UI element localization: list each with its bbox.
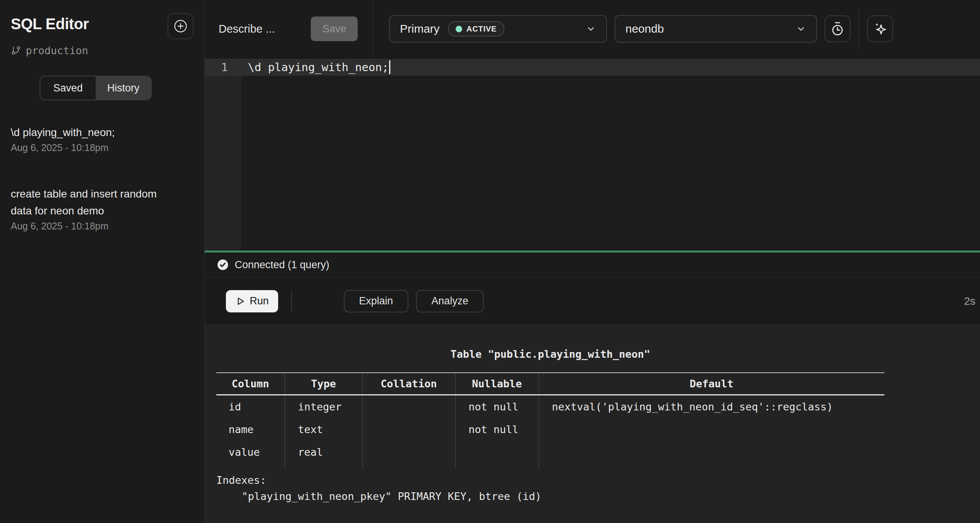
saved-history-toggle: Saved History	[40, 76, 152, 100]
stopwatch-icon	[830, 21, 845, 37]
topbar: Describe ... Save Primary ACTIVE neondb	[205, 0, 980, 58]
tab-saved[interactable]: Saved	[40, 76, 96, 100]
topbar-divider	[859, 8, 859, 49]
table-cell	[362, 418, 455, 441]
table-cell	[362, 441, 455, 463]
query-timing-button[interactable]	[824, 15, 851, 42]
editor-code: \d playing_with_neon;	[248, 61, 389, 74]
table-cell: integer	[285, 395, 362, 418]
branch-name: production	[26, 45, 88, 56]
play-icon	[235, 296, 245, 306]
results-table-body: idintegernot nullnextval('playing_with_n…	[216, 395, 884, 469]
run-button[interactable]: Run	[226, 290, 278, 312]
table-header-row: ColumnTypeCollationNullableDefault	[216, 373, 884, 395]
table-cell: name	[216, 418, 285, 441]
connection-status-text: Connected (1 query)	[235, 259, 329, 271]
table-row: nametextnot null	[216, 418, 884, 441]
history-item[interactable]: \d playing_with_neon; Aug 6, 2025 - 10:1…	[11, 124, 194, 153]
page-title: SQL Editor	[11, 13, 89, 35]
history-item[interactable]: create table and insert random data for …	[11, 186, 194, 232]
history-item-timestamp: Aug 6, 2025 - 10:18pm	[11, 221, 194, 232]
sql-editor-app: SQL Editor production Saved History \d p…	[0, 0, 980, 523]
chevron-down-icon	[585, 23, 596, 34]
main-panel: Describe ... Save Primary ACTIVE neondb	[205, 0, 980, 523]
history-item-title: create table and insert random data for …	[11, 186, 172, 219]
database-selector[interactable]: neondb	[615, 15, 817, 43]
editor-line-number: 1	[205, 59, 228, 76]
table-cell: id	[216, 395, 285, 418]
editor-gutter	[205, 58, 241, 251]
text-cursor	[389, 60, 390, 74]
table-row: idintegernot nullnextval('playing_with_n…	[216, 395, 884, 418]
column-header: Collation	[362, 373, 455, 395]
table-cell: text	[285, 418, 362, 441]
branch-indicator: production	[11, 45, 194, 56]
editor-code-line: \d playing_with_neon;	[248, 59, 390, 76]
table-row: valuereal	[216, 441, 884, 463]
chevron-down-icon	[796, 23, 806, 34]
new-query-button[interactable]	[167, 13, 194, 39]
tab-history[interactable]: History	[96, 76, 151, 100]
table-cell	[362, 395, 455, 418]
query-toolbar: Run Explain Analyze 2s	[205, 277, 980, 325]
explain-button[interactable]: Explain	[344, 290, 409, 312]
ai-assist-button[interactable]	[867, 15, 893, 42]
active-dot-icon	[456, 26, 462, 32]
query-header: Describe ... Save	[205, 0, 373, 58]
status-badge-label: ACTIVE	[466, 25, 497, 33]
query-title: Describe ...	[219, 23, 275, 35]
branch-selector-value: Primary	[400, 22, 439, 35]
status-badge: ACTIVE	[448, 21, 504, 37]
sparkles-icon	[872, 21, 888, 37]
sidebar: SQL Editor production Saved History \d p…	[0, 0, 205, 523]
table-cell	[539, 441, 884, 463]
compute-branch-selector[interactable]: Primary ACTIVE	[389, 15, 607, 43]
connection-status-bar: Connected (1 query)	[205, 252, 980, 277]
save-button[interactable]: Save	[311, 17, 358, 41]
column-header: Column	[216, 373, 285, 395]
column-header: Default	[539, 373, 884, 395]
analyze-button[interactable]: Analyze	[416, 290, 484, 312]
table-spacer-row	[216, 463, 884, 468]
column-header: Nullable	[455, 373, 539, 395]
index-definition: "playing_with_neon_pkey" PRIMARY KEY, bt…	[216, 488, 980, 505]
check-circle-icon	[217, 259, 229, 271]
table-cell: real	[285, 441, 362, 463]
history-item-timestamp: Aug 6, 2025 - 10:18pm	[11, 142, 194, 153]
plus-circle-icon	[173, 19, 188, 33]
results-table-title: Table "public.playing_with_neon"	[216, 348, 884, 360]
table-cell: not null	[455, 395, 539, 418]
database-selector-value: neondb	[625, 22, 664, 35]
table-cell: not null	[455, 418, 539, 441]
topbar-controls: Primary ACTIVE neondb	[373, 0, 980, 58]
table-cell	[539, 418, 884, 441]
column-header: Type	[285, 373, 362, 395]
table-cell: nextval('playing_with_neon_id_seq'::regc…	[539, 395, 884, 418]
history-list: \d playing_with_neon; Aug 6, 2025 - 10:1…	[11, 124, 194, 232]
history-item-title: \d playing_with_neon;	[11, 124, 172, 141]
table-cell	[455, 441, 539, 463]
table-cell: value	[216, 441, 285, 463]
indexes-section: Indexes: "playing_with_neon_pkey" PRIMAR…	[216, 472, 980, 505]
branch-icon	[11, 45, 21, 56]
code-editor[interactable]: 1 \d playing_with_neon;	[205, 58, 980, 251]
run-button-label: Run	[250, 295, 269, 307]
results-table: ColumnTypeCollationNullableDefault idint…	[216, 372, 884, 468]
results-panel: Table "public.playing_with_neon" ColumnT…	[205, 325, 980, 523]
toolbar-divider	[291, 292, 292, 311]
sidebar-header: SQL Editor	[11, 13, 194, 39]
query-duration: 2s	[964, 295, 975, 307]
indexes-label: Indexes:	[216, 472, 980, 488]
